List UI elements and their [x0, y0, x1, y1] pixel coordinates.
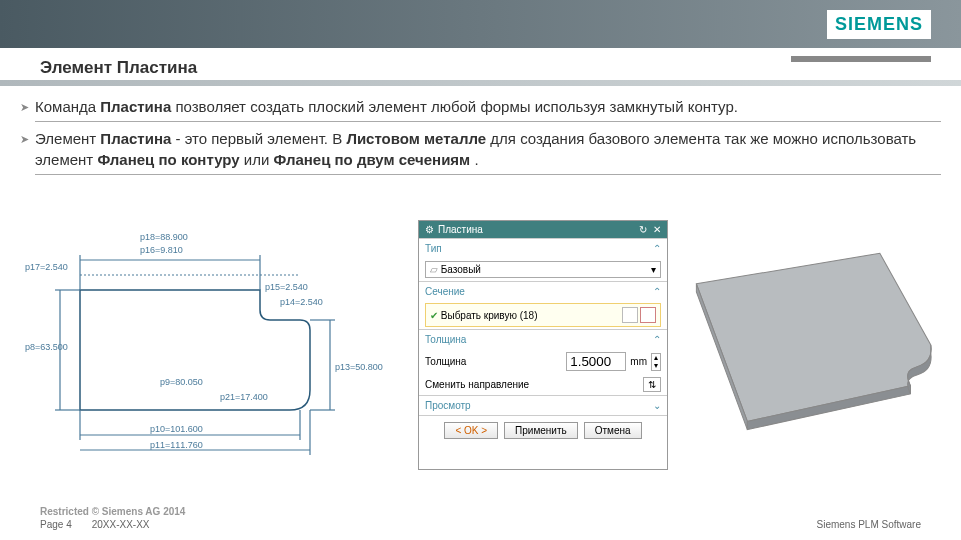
dim-p14: p14=2.540 [280, 297, 323, 307]
dim-p10: p10=101.600 [150, 424, 203, 434]
header-band [0, 0, 961, 48]
chevron-down-icon: ⌄ [653, 400, 661, 411]
sketch-view: p18=88.900 p16=9.810 p17=2.540 p15=2.540… [20, 220, 410, 460]
title-separator [0, 80, 961, 86]
work-area: p18=88.900 p16=9.810 p17=2.540 p15=2.540… [20, 220, 941, 470]
type-dropdown[interactable]: ▱ Базовый ▾ [425, 261, 661, 278]
dim-p13: p13=50.800 [335, 362, 383, 372]
bullet-2-text: Элемент Пластина - это первый элемент. В… [35, 128, 941, 175]
chevron-up-icon: ⌃ [653, 243, 661, 254]
select-curve-row[interactable]: ✔ Выбрать кривую (18) [425, 303, 661, 327]
dialog-titlebar[interactable]: ⚙ Пластина ↻ ✕ [419, 221, 667, 238]
3d-preview[interactable] [676, 220, 941, 470]
footer-restricted: Restricted © Siemens AG 2014 [40, 506, 185, 517]
dim-p8: p8=63.500 [25, 342, 68, 352]
footer: Restricted © Siemens AG 2014 Page 4 20XX… [40, 506, 921, 530]
brand-underline [791, 56, 931, 62]
thickness-label: Толщина [425, 356, 562, 367]
bullet-marker: ➤ [20, 96, 29, 115]
section-section[interactable]: Сечение ⌃ [419, 281, 667, 301]
brand-logo: SIEMENS [827, 10, 931, 39]
tab-base-icon: ▱ [430, 264, 438, 275]
dim-p17: p17=2.540 [25, 262, 68, 272]
page-title: Элемент Пластина [40, 58, 197, 78]
bullet-1: ➤ Команда Пластина позволяет создать пло… [20, 96, 941, 122]
stepper-icon[interactable]: ▴▾ [651, 353, 661, 371]
footer-page: Page 4 [40, 519, 72, 530]
section-type[interactable]: Тип ⌃ [419, 238, 667, 258]
dim-p21: p21=17.400 [220, 392, 268, 402]
chevron-up-icon: ⌃ [653, 334, 661, 345]
section-thickness[interactable]: Толщина ⌃ [419, 329, 667, 349]
curve-icon[interactable] [640, 307, 656, 323]
thickness-unit: mm [630, 356, 647, 367]
dim-p18: p18=88.900 [140, 232, 188, 242]
thickness-input[interactable] [566, 352, 626, 371]
apply-button[interactable]: Применить [504, 422, 578, 439]
dim-p9: p9=80.050 [160, 377, 203, 387]
footer-right: Siemens PLM Software [817, 519, 922, 530]
gear-icon: ⚙ [425, 224, 434, 235]
dim-p15: p15=2.540 [265, 282, 308, 292]
flip-icon[interactable]: ⇅ [643, 377, 661, 392]
chevron-up-icon: ⌃ [653, 286, 661, 297]
chevron-down-icon: ▾ [651, 264, 656, 275]
section-preview[interactable]: Просмотр ⌄ [419, 395, 667, 415]
brand-text: SIEMENS [835, 14, 923, 34]
reset-icon[interactable]: ↻ [639, 224, 647, 235]
content-area: ➤ Команда Пластина позволяет создать пло… [20, 96, 941, 181]
check-icon: ✔ [430, 310, 438, 321]
bullet-1-text: Команда Пластина позволяет создать плоск… [35, 96, 941, 122]
flip-direction-label: Сменить направление [425, 379, 639, 390]
dim-p16: p16=9.810 [140, 245, 183, 255]
cancel-button[interactable]: Отмена [584, 422, 642, 439]
tab-dialog: ⚙ Пластина ↻ ✕ Тип ⌃ ▱ Базовый ▾ Сечение… [418, 220, 668, 470]
bullet-2: ➤ Элемент Пластина - это первый элемент.… [20, 128, 941, 175]
dialog-title: Пластина [438, 224, 483, 235]
dim-p11: p11=111.760 [150, 440, 203, 450]
ok-button[interactable]: < OK > [444, 422, 498, 439]
footer-date: 20XX-XX-XX [92, 519, 150, 530]
sketch-icon[interactable] [622, 307, 638, 323]
close-icon[interactable]: ✕ [653, 224, 661, 235]
bullet-marker: ➤ [20, 128, 29, 147]
